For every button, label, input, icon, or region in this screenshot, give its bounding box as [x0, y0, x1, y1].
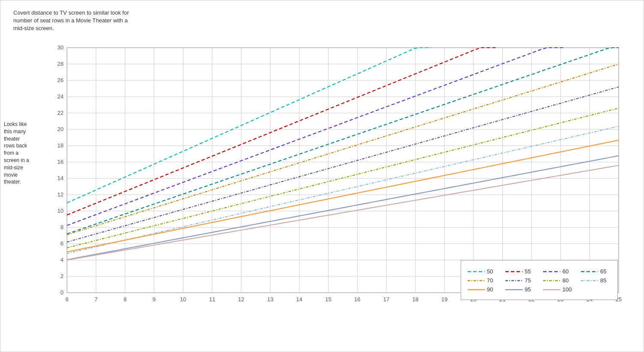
- legend-item: 85: [581, 277, 611, 284]
- svg-text:28: 28: [58, 61, 64, 67]
- svg-text:6: 6: [61, 240, 64, 247]
- svg-text:16: 16: [354, 296, 360, 303]
- legend-item: 95: [505, 286, 535, 293]
- svg-text:24: 24: [58, 93, 64, 100]
- legend-label: 80: [562, 277, 568, 284]
- svg-text:16: 16: [58, 159, 64, 165]
- legend-item: 90: [468, 286, 498, 293]
- svg-text:6: 6: [65, 296, 68, 303]
- legend-row: 70758085: [468, 277, 611, 284]
- svg-text:8: 8: [61, 224, 64, 230]
- svg-text:18: 18: [58, 142, 64, 149]
- legend-label: 90: [487, 286, 493, 293]
- svg-text:13: 13: [267, 296, 273, 303]
- legend-label: 70: [487, 277, 493, 284]
- svg-text:11: 11: [209, 296, 215, 303]
- chart-container: Covert distance to TV screen to similar …: [0, 0, 644, 352]
- legend-item: 70: [468, 277, 498, 284]
- svg-text:30: 30: [58, 44, 64, 51]
- legend-item: 75: [505, 277, 535, 284]
- svg-text:20: 20: [58, 126, 64, 132]
- legend-row: 50556065: [468, 268, 611, 275]
- legend-label: 50: [487, 268, 493, 275]
- svg-text:10: 10: [180, 296, 186, 303]
- svg-text:8: 8: [124, 296, 127, 303]
- legend-item: 80: [543, 277, 573, 284]
- svg-text:12: 12: [58, 191, 64, 198]
- legend-label: 55: [525, 268, 531, 275]
- svg-text:17: 17: [383, 296, 389, 303]
- legend-label: 100: [562, 286, 572, 293]
- svg-text:12: 12: [238, 296, 244, 303]
- svg-text:10: 10: [58, 208, 64, 214]
- legend-item: 60: [543, 268, 573, 275]
- legend-label: 60: [562, 268, 568, 275]
- svg-text:0: 0: [61, 289, 64, 296]
- svg-rect-72: [67, 48, 619, 293]
- legend-item: 55: [505, 268, 535, 275]
- svg-text:22: 22: [58, 110, 64, 116]
- legend-label: 65: [600, 268, 606, 275]
- legend-label: 95: [525, 286, 531, 293]
- legend-label: 75: [525, 277, 531, 284]
- legend-item: 50: [468, 268, 498, 275]
- legend-item: 65: [581, 268, 611, 275]
- legend-row: 9095100: [468, 286, 611, 293]
- svg-text:9: 9: [152, 296, 155, 303]
- legend-box: 50556065707580859095100: [461, 260, 618, 300]
- svg-text:14: 14: [296, 296, 302, 303]
- svg-text:18: 18: [412, 296, 418, 303]
- legend-label: 85: [600, 277, 606, 284]
- svg-text:2: 2: [61, 273, 64, 279]
- legend-item: 100: [543, 286, 573, 293]
- svg-text:26: 26: [58, 77, 64, 83]
- svg-text:4: 4: [61, 257, 64, 263]
- svg-text:7: 7: [94, 296, 97, 303]
- svg-text:14: 14: [58, 175, 64, 181]
- svg-text:15: 15: [325, 296, 331, 303]
- svg-text:19: 19: [441, 296, 447, 303]
